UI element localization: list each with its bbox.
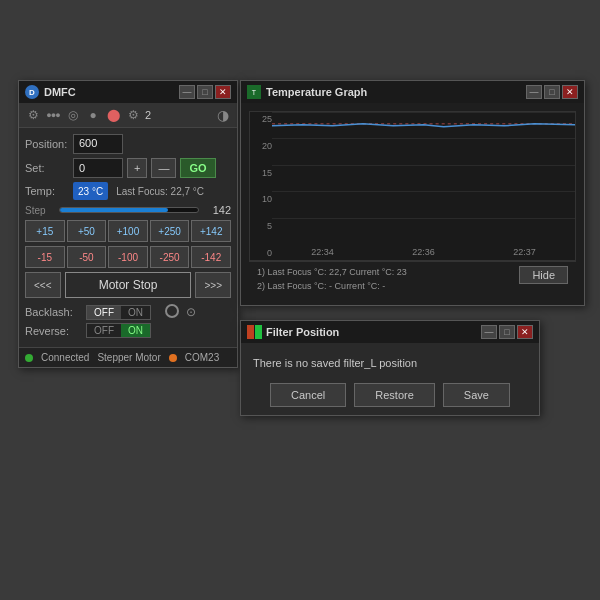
position-value: 600: [73, 134, 123, 154]
step-btn-plus142[interactable]: +142: [191, 220, 231, 242]
filter-title-bar[interactable]: Filter Position — □ ✕: [241, 321, 539, 343]
last-focus-text: Last Focus: 22,7 °C: [116, 186, 204, 197]
nav-left-btn[interactable]: <<<: [25, 272, 61, 298]
reverse-toggle[interactable]: OFF ON: [86, 323, 151, 338]
temp-window-controls: — □ ✕: [526, 85, 578, 99]
negative-step-buttons: -15 -50 -100 -250 -142: [25, 246, 231, 268]
temp-badge: 23 °C: [73, 182, 108, 200]
toolbar-number: 2: [145, 109, 151, 121]
step-label: Step: [25, 205, 55, 216]
graph-x-labels: 22:34 22:36 22:37: [272, 244, 575, 260]
filter-minimize-btn[interactable]: —: [481, 325, 497, 339]
extra-icon[interactable]: ◑: [215, 107, 231, 123]
step-value: 142: [203, 204, 231, 216]
y-label-15: 15: [252, 168, 272, 178]
settings-icon[interactable]: ⚙: [25, 107, 41, 123]
step-btn-minus250[interactable]: -250: [150, 246, 190, 268]
filter-title: Filter Position: [266, 326, 481, 338]
dmfc-close-btn[interactable]: ✕: [215, 85, 231, 99]
filter-buttons: Cancel Restore Save: [253, 383, 527, 407]
filter-logo-icon: [247, 325, 261, 339]
step-btn-minus15[interactable]: -15: [25, 246, 65, 268]
step-btn-plus15[interactable]: +15: [25, 220, 65, 242]
backlash-row: Backlash: OFF ON ⊙: [25, 304, 231, 320]
x-label-2: 22:36: [412, 247, 435, 257]
profile-icon[interactable]: ●: [85, 107, 101, 123]
dmfc-title-bar[interactable]: D DMFC — □ ✕: [19, 81, 237, 103]
step-row: Step 142: [25, 204, 231, 216]
temp-minimize-btn[interactable]: —: [526, 85, 542, 99]
position-label: Position:: [25, 138, 69, 150]
filter-message: There is no saved filter_L position: [253, 357, 527, 369]
filter-window-controls: — □ ✕: [481, 325, 533, 339]
set-label: Set:: [25, 162, 69, 174]
step-btn-plus50[interactable]: +50: [67, 220, 107, 242]
step-btn-minus100[interactable]: -100: [108, 246, 148, 268]
dmfc-body: Position: 600 Set: + — GO Temp: 23 °C La…: [19, 128, 237, 347]
step-btn-minus50[interactable]: -50: [67, 246, 107, 268]
connect-icon[interactable]: ⬤: [105, 107, 121, 123]
set-plus-btn[interactable]: +: [127, 158, 147, 178]
hide-button[interactable]: Hide: [519, 266, 568, 284]
step-btn-plus250[interactable]: +250: [150, 220, 190, 242]
backlash-label: Backlash:: [25, 306, 80, 318]
graph-area: 0 5 10 15 20 25: [249, 111, 576, 261]
reverse-row: Reverse: OFF ON: [25, 323, 231, 338]
backlash-icon1: [165, 304, 179, 318]
gear-icon[interactable]: ⚙: [125, 107, 141, 123]
positive-step-buttons: +15 +50 +100 +250 +142: [25, 220, 231, 242]
graph-y-labels: 0 5 10 15 20 25: [250, 112, 272, 260]
dmfc-window: D DMFC — □ ✕ ⚙ ●●● ◎ ● ⬤ ⚙ 2 ◑ Position:…: [18, 80, 238, 368]
legend-line-1: 1) Last Focus °C: 22,7 Current °C: 23: [257, 266, 509, 280]
dmfc-maximize-btn[interactable]: □: [197, 85, 213, 99]
step-slider[interactable]: [59, 207, 199, 213]
backlash-on-btn[interactable]: ON: [121, 306, 150, 319]
temp-maximize-btn[interactable]: □: [544, 85, 560, 99]
filter-restore-btn[interactable]: Restore: [354, 383, 435, 407]
filter-save-btn[interactable]: Save: [443, 383, 510, 407]
set-minus-btn[interactable]: —: [151, 158, 176, 178]
toolbar-side-icons: ◑: [215, 107, 231, 123]
graph-svg: [272, 112, 575, 244]
y-label-0: 0: [252, 248, 272, 258]
backlash-off-btn[interactable]: OFF: [87, 306, 121, 319]
filter-cancel-btn[interactable]: Cancel: [270, 383, 346, 407]
backlash-toggle[interactable]: OFF ON: [86, 305, 151, 320]
filter-body: There is no saved filter_L position Canc…: [241, 343, 539, 415]
nav-right-btn[interactable]: >>>: [195, 272, 231, 298]
graph-body: 0 5 10 15 20 25: [241, 103, 584, 305]
filter-position-window: Filter Position — □ ✕ There is no saved …: [240, 320, 540, 416]
position-row: Position: 600: [25, 134, 231, 154]
y-label-25: 25: [252, 114, 272, 124]
connected-label: Connected: [41, 352, 89, 363]
set-row: Set: + — GO: [25, 158, 231, 178]
graph-footer: 1) Last Focus °C: 22,7 Current °C: 23 2)…: [249, 261, 576, 297]
y-label-20: 20: [252, 141, 272, 151]
graph-inner: [272, 112, 575, 244]
temp-title-bar[interactable]: T Temperature Graph — □ ✕: [241, 81, 584, 103]
filter-close-btn[interactable]: ✕: [517, 325, 533, 339]
set-input[interactable]: [73, 158, 123, 178]
x-label-3: 22:37: [513, 247, 536, 257]
y-label-10: 10: [252, 194, 272, 204]
backlash-icons: ⊙: [165, 304, 199, 320]
go-button[interactable]: GO: [180, 158, 215, 178]
port-label: COM23: [185, 352, 219, 363]
temp-title: Temperature Graph: [266, 86, 526, 98]
filter-maximize-btn[interactable]: □: [499, 325, 515, 339]
dmfc-title: DMFC: [44, 86, 179, 98]
x-label-1: 22:34: [311, 247, 334, 257]
reverse-off-btn[interactable]: OFF: [87, 324, 121, 337]
step-slider-fill: [60, 208, 168, 212]
record-icon[interactable]: ●●●: [45, 107, 61, 123]
temp-close-btn[interactable]: ✕: [562, 85, 578, 99]
motor-stop-btn[interactable]: Motor Stop: [65, 272, 192, 298]
dmfc-minimize-btn[interactable]: —: [179, 85, 195, 99]
reverse-on-btn[interactable]: ON: [121, 324, 150, 337]
step-btn-plus100[interactable]: +100: [108, 220, 148, 242]
temp-label: Temp:: [25, 185, 69, 197]
target-icon[interactable]: ◎: [65, 107, 81, 123]
legend-line-2: 2) Last Focus °C: - Current °C: -: [257, 280, 509, 294]
step-btn-minus142[interactable]: -142: [191, 246, 231, 268]
reverse-label: Reverse:: [25, 325, 80, 337]
